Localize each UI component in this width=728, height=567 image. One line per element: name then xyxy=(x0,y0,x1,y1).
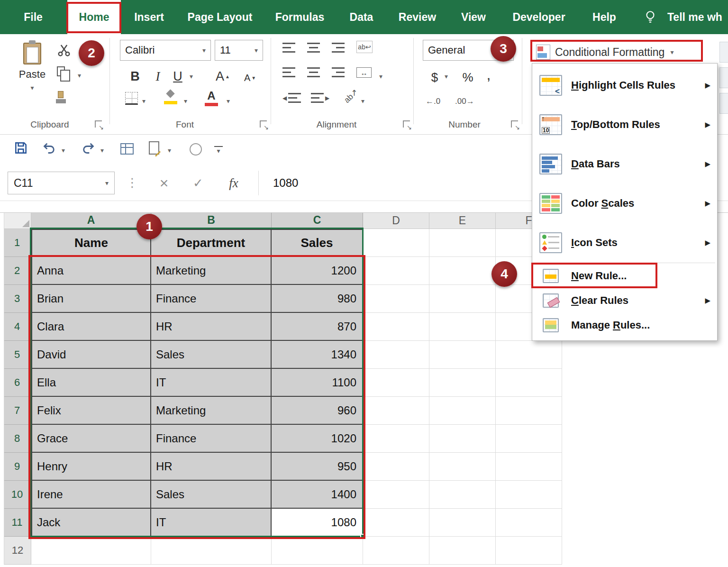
font-name-combo[interactable]: Calibri xyxy=(120,40,211,61)
cell-A5[interactable]: David xyxy=(31,341,151,369)
menu-item-clear-rules[interactable]: Clear Rules xyxy=(532,288,717,313)
font-color-button[interactable]: A xyxy=(205,89,218,106)
col-header-D[interactable]: D xyxy=(363,213,429,229)
cell-F5[interactable] xyxy=(496,341,562,369)
tab-view[interactable]: View xyxy=(453,0,494,34)
row-header-7[interactable]: 7 xyxy=(4,397,31,425)
borders-dropdown-icon[interactable] xyxy=(142,98,146,104)
italic-button[interactable]: I xyxy=(151,65,165,87)
fill-color-button[interactable] xyxy=(164,90,177,104)
tab-insert[interactable]: Insert xyxy=(129,0,169,34)
cell-F8[interactable] xyxy=(496,425,562,453)
cell-D11[interactable] xyxy=(363,509,429,537)
menu-item-top-bottom-rules[interactable]: Top/Bottom Rules xyxy=(532,105,717,144)
cell-E8[interactable] xyxy=(429,425,496,453)
shrink-font-button[interactable]: A xyxy=(244,68,256,87)
increase-decimal-button[interactable]: ←.0 xyxy=(426,93,440,110)
font-name-dropdown-icon[interactable] xyxy=(202,47,206,54)
bold-button[interactable]: B xyxy=(126,65,144,87)
row-header-4[interactable]: 4 xyxy=(4,313,31,341)
align-center-button[interactable] xyxy=(307,67,320,77)
undo-dropdown-icon[interactable] xyxy=(62,147,65,154)
qat-borders-button[interactable] xyxy=(120,143,134,155)
align-left-button[interactable] xyxy=(282,67,295,77)
cell-A1[interactable]: Name xyxy=(31,229,151,257)
tab-page-layout[interactable]: Page Layout xyxy=(180,0,260,34)
menu-item-highlight-cells-rules[interactable]: Highlight Cells Rules xyxy=(532,65,717,105)
cell-B9[interactable]: HR xyxy=(151,453,272,481)
insert-function-button[interactable]: fx xyxy=(222,172,246,194)
number-dialog-launcher[interactable] xyxy=(511,120,518,128)
menu-item-icon-sets[interactable]: Icon Sets xyxy=(532,223,717,262)
cell-C4[interactable]: 870 xyxy=(272,313,363,341)
clipboard-dialog-launcher[interactable] xyxy=(95,120,102,128)
copy-button[interactable] xyxy=(57,66,65,76)
cell-E4[interactable] xyxy=(429,313,496,341)
increase-indent-button[interactable]: ▶ xyxy=(311,93,329,103)
cell-C5[interactable]: 1340 xyxy=(272,341,363,369)
format-painter-button[interactable] xyxy=(58,91,64,98)
row-header-9[interactable]: 9 xyxy=(4,453,31,481)
font-size-combo[interactable]: 11 xyxy=(215,40,263,61)
cell-C12[interactable] xyxy=(272,537,363,565)
cell-E7[interactable] xyxy=(429,397,496,425)
cut-button[interactable] xyxy=(57,43,71,57)
cell-B3[interactable]: Finance xyxy=(151,285,272,313)
qat-form-dropdown-icon[interactable] xyxy=(168,147,171,154)
tab-formulas[interactable]: Formulas xyxy=(268,0,332,34)
formula-bar-splitter[interactable] xyxy=(126,175,138,190)
merge-dropdown-icon[interactable] xyxy=(379,73,382,80)
cell-A3[interactable]: Brian xyxy=(31,285,151,313)
cell-B4[interactable]: HR xyxy=(151,313,272,341)
cell-B10[interactable]: Sales xyxy=(151,481,272,509)
cell-E3[interactable] xyxy=(429,285,496,313)
align-right-button[interactable] xyxy=(332,67,345,77)
row-header-12[interactable]: 12 xyxy=(4,537,31,565)
cell-D1[interactable] xyxy=(363,229,429,257)
cell-F9[interactable] xyxy=(496,453,562,481)
currency-dropdown-icon[interactable] xyxy=(445,73,448,80)
paste-dropdown-icon[interactable] xyxy=(30,84,34,91)
cell-D4[interactable] xyxy=(363,313,429,341)
cell-A7[interactable]: Felix xyxy=(31,397,151,425)
tab-developer[interactable]: Developer xyxy=(503,0,574,34)
underline-button[interactable]: U xyxy=(169,65,187,87)
tell-me-box[interactable]: Tell me wh xyxy=(667,0,728,34)
menu-item-color-scales[interactable]: Color Scales xyxy=(532,183,717,223)
cell-A4[interactable]: Clara xyxy=(31,313,151,341)
name-box-dropdown-icon[interactable] xyxy=(105,180,109,186)
cell-D7[interactable] xyxy=(363,397,429,425)
cell-B2[interactable]: Marketing xyxy=(151,257,272,285)
percent-style-button[interactable]: % xyxy=(460,66,476,88)
cell-A11[interactable]: Jack xyxy=(31,509,151,537)
col-header-B[interactable]: B xyxy=(151,213,272,229)
cell-C8[interactable]: 1020 xyxy=(272,425,363,453)
cell-F10[interactable] xyxy=(496,481,562,509)
cell-E9[interactable] xyxy=(429,453,496,481)
cell-E10[interactable] xyxy=(429,481,496,509)
cell-D5[interactable] xyxy=(363,341,429,369)
decrease-indent-button[interactable]: ◀ xyxy=(282,93,301,103)
cell-B8[interactable]: Finance xyxy=(151,425,272,453)
row-header-5[interactable]: 5 xyxy=(4,341,31,369)
row-header-6[interactable]: 6 xyxy=(4,369,31,397)
borders-button[interactable] xyxy=(125,92,138,105)
cell-B12[interactable] xyxy=(151,537,272,565)
cancel-button[interactable] xyxy=(154,172,174,194)
redo-dropdown-icon[interactable] xyxy=(100,147,104,154)
underline-dropdown-icon[interactable] xyxy=(190,73,193,80)
col-header-A[interactable]: A xyxy=(31,213,151,229)
cell-A6[interactable]: Ella xyxy=(31,369,151,397)
row-header-2[interactable]: 2 xyxy=(4,257,31,285)
cell-E6[interactable] xyxy=(429,369,496,397)
cell-A2[interactable]: Anna xyxy=(31,257,151,285)
alignment-dialog-launcher[interactable] xyxy=(403,120,410,128)
col-header-E[interactable]: E xyxy=(429,213,496,229)
align-middle-button[interactable] xyxy=(307,43,320,53)
cell-C1[interactable]: Sales xyxy=(272,229,363,257)
cell-B6[interactable]: IT xyxy=(151,369,272,397)
qat-save-button[interactable] xyxy=(13,140,28,155)
font-dialog-launcher[interactable] xyxy=(260,120,267,128)
font-size-dropdown-icon[interactable] xyxy=(255,47,258,54)
cell-D3[interactable] xyxy=(363,285,429,313)
